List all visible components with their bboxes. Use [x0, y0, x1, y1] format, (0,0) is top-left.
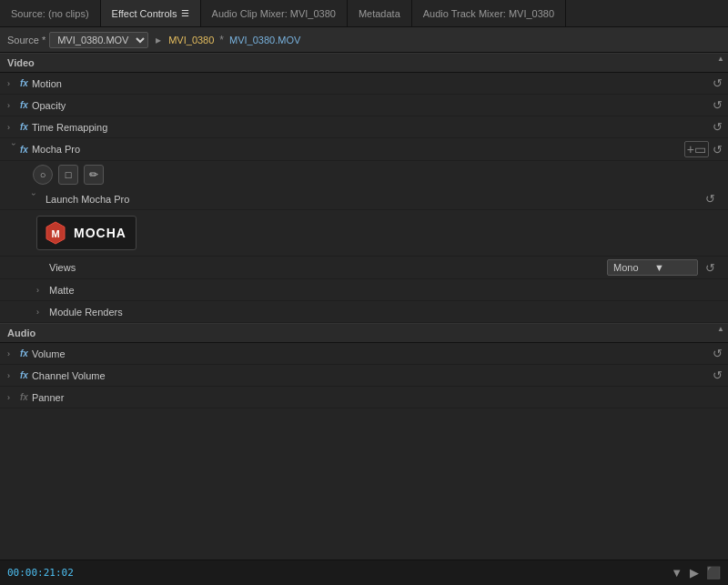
- effect-name-opacity: Opacity: [32, 100, 713, 111]
- expand-channel-volume[interactable]: ›: [7, 371, 20, 380]
- effect-name-mocha-pro: Mocha Pro: [32, 144, 684, 155]
- mocha-tools: ○ □ ✏: [0, 161, 728, 188]
- scroll-up-audio[interactable]: ▲: [717, 326, 724, 333]
- mocha-logo[interactable]: M MOCHA: [36, 216, 136, 250]
- fx-badge-time-remapping: fx: [20, 122, 28, 132]
- tab-metadata[interactable]: Metadata: [348, 0, 412, 26]
- effect-name-motion: Motion: [32, 78, 713, 89]
- expand-module-renders[interactable]: ›: [36, 308, 49, 317]
- expand-matte[interactable]: ›: [36, 286, 49, 295]
- module-renders-label: Module Renders: [49, 307, 123, 318]
- reset-time-remapping[interactable]: ↺: [713, 120, 723, 134]
- views-label: Views: [49, 262, 607, 273]
- svg-text:M: M: [51, 228, 59, 239]
- effect-row-mocha-pro: › fx Mocha Pro +▭ ↺: [0, 138, 728, 161]
- filter-icon[interactable]: ▼: [671, 566, 682, 580]
- tab-source[interactable]: Source: (no clips): [0, 0, 101, 26]
- menu-icon: ☰: [181, 8, 189, 18]
- launch-mocha-row: › Launch Mocha Pro ↺: [0, 188, 728, 210]
- tab-audio-track-mixer[interactable]: Audio Track Mixer: MVI_0380: [412, 0, 566, 26]
- audio-section-header: Audio ▲: [0, 323, 728, 343]
- source-file-link[interactable]: MVI_0380.MOV: [229, 35, 300, 45]
- scroll-up-video[interactable]: ▲: [717, 55, 724, 63]
- main-content: Video ▲ › fx Motion ↺ › fx Opacity ↺ › f…: [0, 53, 728, 560]
- effect-row-volume: › fx Volume ↺: [0, 343, 728, 365]
- fx-badge-motion: fx: [20, 78, 28, 88]
- views-dropdown[interactable]: Mono ▼: [607, 259, 698, 276]
- source-separator: ▸: [156, 34, 161, 46]
- mocha-tool-circle[interactable]: ○: [33, 165, 53, 185]
- reset-opacity[interactable]: ↺: [713, 98, 723, 112]
- tab-audio-clip-mixer[interactable]: Audio Clip Mixer: MVI_0380: [201, 0, 348, 26]
- effect-row-channel-volume: › fx Channel Volume ↺: [0, 365, 728, 387]
- timecode: 00:00:21:02: [7, 567, 74, 579]
- expand-volume[interactable]: ›: [7, 349, 20, 358]
- scroll-arrows-video: ▲: [717, 55, 724, 63]
- scroll-arrows-audio: ▲: [717, 326, 724, 333]
- tab-effect-controls[interactable]: Effect Controls ☰: [101, 0, 201, 26]
- effect-name-time-remapping: Time Remapping: [32, 122, 713, 133]
- tab-bar: Source: (no clips) Effect Controls ☰ Aud…: [0, 0, 728, 27]
- effect-name-channel-volume: Channel Volume: [32, 370, 713, 381]
- reset-mocha-pro[interactable]: ↺: [713, 143, 723, 156]
- effect-name-panner: Panner: [32, 392, 728, 403]
- video-section-header: Video ▲: [0, 53, 728, 73]
- source-select[interactable]: MVI_0380.MOV: [49, 32, 148, 48]
- expand-time-remapping[interactable]: ›: [7, 123, 20, 132]
- status-bar: 00:00:21:02 ▼ ▶ ⬛: [0, 560, 728, 585]
- mocha-logo-text: MOCHA: [74, 226, 126, 240]
- add-to-mocha[interactable]: +▭: [684, 141, 709, 157]
- reset-motion[interactable]: ↺: [713, 76, 723, 90]
- dropdown-arrow-icon: ▼: [654, 262, 692, 273]
- expand-motion[interactable]: ›: [7, 79, 20, 88]
- reset-views[interactable]: ↺: [705, 261, 715, 275]
- expand-panner[interactable]: ›: [7, 393, 20, 402]
- mocha-tool-square[interactable]: □: [58, 165, 78, 185]
- expand-launch-mocha[interactable]: ›: [29, 193, 38, 206]
- fx-badge-mocha-pro: fx: [20, 145, 28, 155]
- fx-badge-panner: fx: [20, 392, 28, 402]
- views-row: Views Mono ▼ ↺: [0, 257, 728, 279]
- launch-mocha-label: Launch Mocha Pro: [46, 194, 705, 205]
- expand-mocha-pro[interactable]: ›: [9, 143, 18, 156]
- reset-channel-volume[interactable]: ↺: [713, 368, 723, 382]
- matte-row: › Matte: [0, 279, 728, 301]
- effect-row-motion: › fx Motion ↺: [0, 73, 728, 95]
- play-icon[interactable]: ▶: [690, 566, 699, 580]
- fx-badge-volume: fx: [20, 348, 28, 358]
- reset-volume[interactable]: ↺: [713, 347, 723, 360]
- source-label: Source *: [7, 35, 46, 45]
- mocha-tool-pen[interactable]: ✏: [84, 165, 104, 185]
- effect-row-panner: › fx Panner: [0, 387, 728, 408]
- source-link-separator: *: [219, 34, 224, 46]
- export-icon[interactable]: ⬛: [706, 566, 721, 580]
- views-value: Mono: [613, 262, 651, 273]
- matte-label: Matte: [49, 285, 75, 296]
- effect-row-opacity: › fx Opacity ↺: [0, 95, 728, 116]
- fx-badge-channel-volume: fx: [20, 370, 28, 380]
- source-row: Source * MVI_0380.MOV ▸ MVI_0380 * MVI_0…: [0, 27, 728, 53]
- mocha-logo-row: M MOCHA: [0, 210, 728, 257]
- effect-row-time-remapping: › fx Time Remapping ↺: [0, 116, 728, 138]
- reset-launch-mocha[interactable]: ↺: [705, 192, 715, 206]
- effect-name-volume: Volume: [32, 348, 713, 359]
- expand-opacity[interactable]: ›: [7, 101, 20, 110]
- mocha-hex-icon: M: [43, 220, 68, 246]
- source-clip-link[interactable]: MVI_0380: [168, 35, 214, 45]
- module-renders-row: › Module Renders: [0, 301, 728, 323]
- status-icons: ▼ ▶ ⬛: [671, 566, 721, 580]
- fx-badge-opacity: fx: [20, 100, 28, 110]
